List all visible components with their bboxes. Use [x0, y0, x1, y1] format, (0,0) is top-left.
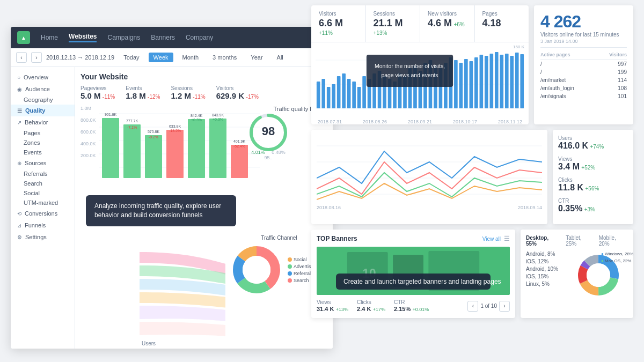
sidebar-item-funnels[interactable]: ⊿ Funnels [11, 219, 75, 231]
list-item: iOS, 15% [526, 274, 572, 279]
svg-rect-40 [337, 76, 341, 108]
sidebar-item-search[interactable]: Search [11, 179, 75, 188]
quality-icon: ☰ [17, 108, 22, 114]
svg-rect-39 [332, 84, 335, 108]
svg-rect-74 [510, 56, 514, 108]
svg-rect-7 [123, 124, 141, 178]
banner-image: 10 Create and launch targeted banners an… [317, 247, 510, 295]
prev-page-button[interactable]: ‹ [467, 301, 478, 312]
svg-text:Monitor the number of visits,: Monitor the number of visits, [375, 63, 445, 69]
nav-home[interactable]: Home [41, 34, 58, 41]
nav-company[interactable]: Company [186, 34, 213, 41]
svg-text:777.7K: 777.7K [126, 119, 138, 123]
sidebar-item-pages[interactable]: Pages [11, 128, 75, 138]
svg-text:98: 98 [262, 124, 275, 138]
svg-rect-36 [317, 82, 320, 108]
device-panel: Desktop, 55% Tablet, 25% Mobile, 20% And… [521, 230, 633, 318]
banner-header: TOP Banners View all ☰ [317, 235, 510, 242]
sidebar-item-settings[interactable]: ⚙ Settings [11, 231, 75, 243]
nav-banners[interactable]: Banners [151, 34, 175, 41]
sidebar-item-social[interactable]: Social [11, 188, 75, 198]
metric-visitors: Visitors 629.9 K -17% [216, 85, 259, 100]
svg-rect-73 [505, 54, 509, 108]
svg-rect-16 [188, 119, 205, 178]
nav-websites[interactable]: Websites [69, 33, 97, 42]
svg-text:-9.2%: -9.2% [149, 135, 158, 139]
period-year[interactable]: Year [246, 53, 267, 62]
stats-top-row: Visitors 6.6 M +11% Sessions 21.1 M +13%… [311, 5, 529, 42]
banner-footer: Views 31.4 K +13% Clicks 2.4 K +17% CTR … [317, 299, 510, 313]
content-area: Your Website Pageviews 5.0 M -11% Events… [75, 67, 333, 349]
svg-rect-13 [166, 130, 184, 178]
table-row: /199 [540, 68, 627, 76]
prev-button[interactable]: ‹ [16, 52, 27, 63]
next-button[interactable]: › [31, 52, 42, 63]
online-number: 4 262 [540, 12, 627, 32]
next-page-button[interactable]: › [499, 301, 510, 312]
left-analytics-panel: ▲ Home Websites Campaigns Banners Compan… [11, 27, 333, 349]
device-list: Android, 8% iOS, 12% Android, 10% iOS, 1… [526, 251, 572, 299]
sidebar-item-behavior[interactable]: ↗ Behavior [11, 116, 75, 128]
view-all-link[interactable]: View all [482, 236, 501, 242]
sidebar-item-events[interactable]: Events [11, 147, 75, 157]
period-month[interactable]: Month [178, 53, 204, 62]
svg-text:633.8K: 633.8K [169, 124, 181, 128]
device-donut: ● Windows, 28% ● Mac OS, 22% [574, 251, 628, 299]
funnels-icon: ⊿ [17, 223, 21, 228]
table-row: /en/auth_login108 [540, 84, 627, 92]
svg-rect-10 [145, 135, 162, 178]
nav-campaigns[interactable]: Campaigns [107, 34, 140, 41]
period-today[interactable]: Today [119, 53, 144, 62]
svg-rect-19 [209, 119, 226, 178]
svg-rect-69 [485, 56, 488, 108]
table-row: /997 [540, 60, 627, 69]
main-content: ○ Overview ◉ Audience Geography ☰ Qualit… [11, 67, 333, 349]
period-all[interactable]: All [272, 53, 288, 62]
sidebar-item-zones[interactable]: Zones [11, 138, 75, 147]
sidebar-item-utm[interactable]: UTM-marked [11, 198, 75, 208]
svg-rect-77 [367, 55, 453, 87]
quality-score: 98 4.01% 0.48% 95.. [247, 111, 290, 160]
sidebar-item-quality[interactable]: ☰ Quality [11, 105, 75, 116]
svg-text:page views and events: page views and events [381, 72, 438, 78]
period-3months[interactable]: 3 months [208, 53, 241, 62]
device-type-header: Desktop, 55% Tablet, 25% Mobile, 20% [526, 235, 628, 247]
top-chart-dates: 2018.07.31 2018.08.26 2018.09.21 2018.10… [316, 119, 524, 124]
svg-text:-18.5%: -18.5% [169, 129, 181, 132]
svg-rect-43 [352, 82, 356, 108]
svg-rect-65 [464, 59, 468, 108]
metrics-row: Pageviews 5.0 M -11% Events 1.8 M -12% S… [80, 85, 327, 100]
svg-rect-66 [470, 61, 473, 108]
period-week[interactable]: Week [149, 53, 173, 62]
online-date: 3 Jan 2019 14.00 [540, 39, 627, 48]
sidebar-item-audience[interactable]: ◉ Audience [11, 83, 75, 95]
svg-rect-67 [474, 57, 478, 108]
sidebar-item-referrals[interactable]: Referrals [11, 169, 75, 179]
sidebar-item-sources[interactable]: ⊕ Sources [11, 157, 75, 169]
sidebar-item-conversions[interactable]: ⟲ Conversions [11, 208, 75, 219]
bar-chart-area: Traffic quality level 1.0M 800.0K 600.0K… [80, 106, 327, 197]
line-chart-dates: 2018.08.16 2018.09.14 [317, 205, 542, 210]
conversions-icon: ⟲ [17, 211, 21, 217]
svg-rect-37 [321, 79, 325, 108]
list-item: iOS, 12% [526, 258, 572, 264]
svg-rect-63 [454, 60, 458, 108]
stat-pages: Pages 4.18 [475, 5, 529, 42]
metrics-panel: Users 416.0 K +74% Views 3.4 M +52% Clic… [553, 130, 633, 224]
mid-right-row: 2018.08.16 2018.09.14 Users 416.0 K +74%… [311, 130, 633, 224]
svg-rect-64 [459, 63, 463, 108]
sources-icon: ⊕ [17, 160, 21, 166]
svg-rect-42 [347, 79, 351, 108]
list-item: Android, 10% [526, 266, 572, 272]
device-content: Android, 8% iOS, 12% Android, 10% iOS, 1… [526, 251, 628, 299]
sidebar-item-geography[interactable]: Geography [11, 95, 75, 105]
flow-users-label: Users [142, 341, 156, 346]
stat-new-visitors: New visitors 4.6 M +6% [420, 5, 475, 42]
svg-point-95 [587, 263, 610, 287]
sub-toolbar: ‹ › 2018.12.13 → 2018.12.19 Today Week M… [11, 48, 333, 67]
stat-sessions: Sessions 21.1 M +13% [366, 5, 421, 42]
sidebar-item-overview[interactable]: ○ Overview [11, 71, 75, 83]
bottom-panels: TOP Banners View all ☰ 10 Create and lau… [311, 230, 633, 318]
banner-stat-ctr: CTR 2.15% +0.01% [394, 299, 429, 313]
line-chart-panel: 2018.08.16 2018.09.14 [311, 130, 547, 224]
